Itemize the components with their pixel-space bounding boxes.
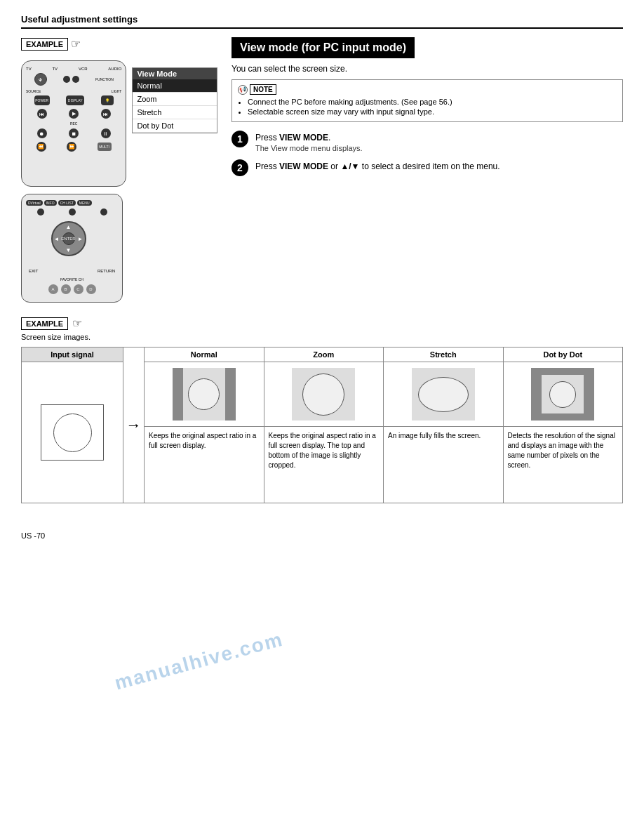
menu-item-zoom: Zoom bbox=[133, 93, 217, 106]
view-mode-subtitle: You can select the screen size. bbox=[232, 64, 623, 74]
comparison-table: Input signal → Normal Keeps the original bbox=[21, 347, 623, 503]
mode-normal: Normal Keeps the original aspect ratio i… bbox=[145, 348, 264, 503]
arrow: → bbox=[123, 348, 145, 503]
mode-zoom: Zoom Keeps the original aspect ratio in … bbox=[264, 348, 384, 503]
step-2: 2 Press VIEW MODE or ▲/▼ to select a des… bbox=[232, 159, 623, 176]
remote-control-1: TV TV VCR AUDIO ⏻ FUNCTION SOURCE LIGHT bbox=[21, 60, 126, 187]
note-box: 📢 NOTE Connect the PC before making adju… bbox=[232, 79, 623, 122]
menu-item-dotbydot: Dot by Dot bbox=[133, 119, 217, 133]
view-mode-panel: View mode (for PC input mode) You can se… bbox=[232, 37, 623, 303]
example-label-bottom: EXAMPLE bbox=[21, 317, 68, 330]
page-number: US -70 bbox=[21, 531, 623, 540]
input-signal-preview bbox=[41, 404, 104, 461]
note-label-text: NOTE bbox=[250, 84, 276, 95]
mode-stretch: Stretch An image fully fills the screen. bbox=[384, 348, 504, 503]
view-mode-title: View mode (for PC input mode) bbox=[232, 37, 415, 58]
screen-size-label: Screen size images. bbox=[21, 333, 623, 341]
remote-control-2: DVirtual INFO CH LIST MENU ▲ ▼ ◄ ► ENTER bbox=[21, 194, 123, 303]
step-1: 1 Press VIEW MODE. The View mode menu di… bbox=[232, 131, 623, 152]
note-list: Connect the PC before making adjustments… bbox=[238, 98, 617, 116]
input-signal-col: Input signal bbox=[22, 348, 123, 503]
example-label-top: EXAMPLE bbox=[21, 38, 68, 51]
bottom-section: EXAMPLE ☞ Screen size images. Input sign… bbox=[21, 317, 623, 503]
mode-dotbydot: Dot by Dot Detects the resolution of the… bbox=[504, 348, 623, 503]
view-mode-menu: View Mode Normal Zoom Stretch Dot by Dot bbox=[132, 67, 217, 133]
watermark: manualhive.com bbox=[112, 628, 286, 695]
section-title: Useful adjustment settings bbox=[21, 14, 623, 29]
menu-item-normal: Normal bbox=[133, 79, 217, 93]
menu-item-stretch: Stretch bbox=[133, 106, 217, 119]
